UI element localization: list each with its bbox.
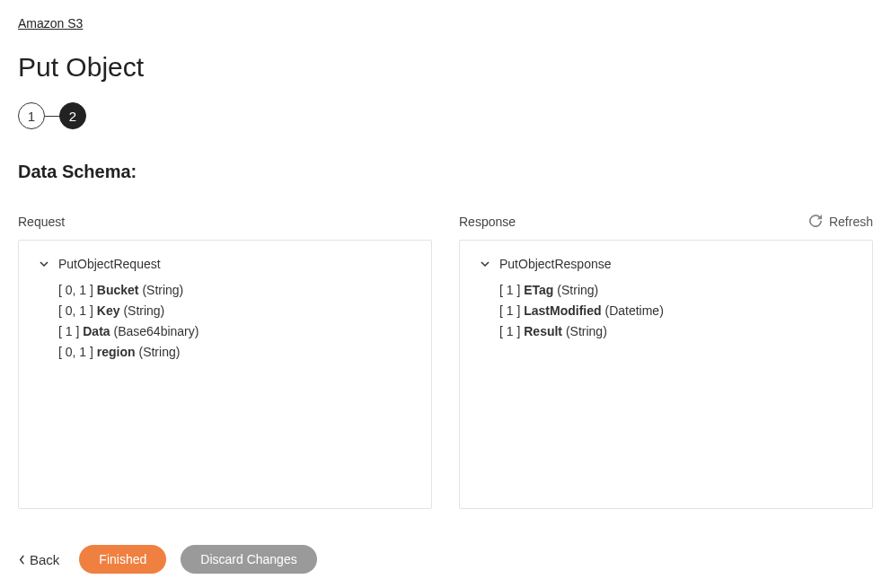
chevron-down-icon[interactable]	[480, 259, 490, 268]
response-root[interactable]: PutObjectResponse	[480, 257, 852, 271]
field-name: region	[97, 345, 136, 359]
field-type: (String)	[553, 283, 598, 297]
field-name: LastModified	[524, 303, 601, 318]
request-root[interactable]: PutObjectRequest	[39, 257, 411, 271]
tree-item: [ 0, 1 ] Key (String)	[58, 301, 411, 321]
finished-button[interactable]: Finished	[79, 545, 166, 574]
field-type: (String)	[562, 324, 607, 338]
cardinality: [ 0, 1 ]	[58, 283, 97, 297]
step-1[interactable]: 1	[18, 102, 45, 129]
stepper: 1 2	[18, 102, 873, 129]
back-button[interactable]: Back	[18, 552, 65, 567]
request-root-label: PutObjectRequest	[58, 257, 161, 271]
tree-item: [ 0, 1 ] Bucket (String)	[58, 280, 411, 301]
tree-item: [ 1 ] ETag (String)	[499, 280, 852, 301]
chevron-left-icon	[18, 552, 26, 567]
request-column: Request PutObjectRequest [ 0, 1 ] Bucket…	[18, 209, 432, 509]
response-children: [ 1 ] ETag (String) [ 1 ] LastModified (…	[480, 280, 852, 342]
footer-actions: Back Finished Discard Changes	[18, 545, 873, 574]
discard-button[interactable]: Discard Changes	[181, 545, 316, 574]
page-title: Put Object	[18, 52, 873, 83]
request-children: [ 0, 1 ] Bucket (String) [ 0, 1 ] Key (S…	[39, 280, 411, 363]
response-header: Response	[459, 215, 516, 229]
request-card: PutObjectRequest [ 0, 1 ] Bucket (String…	[18, 240, 432, 509]
step-2[interactable]: 2	[59, 102, 86, 129]
tree-item: [ 1 ] LastModified (Datetime)	[499, 301, 852, 321]
field-type: (String)	[136, 345, 181, 359]
field-type: (Base64binary)	[110, 324, 199, 338]
refresh-label: Refresh	[829, 215, 873, 229]
cardinality: [ 0, 1 ]	[58, 303, 97, 318]
response-card: PutObjectResponse [ 1 ] ETag (String) [ …	[459, 240, 873, 509]
chevron-down-icon[interactable]	[39, 259, 49, 268]
field-type: (String)	[139, 283, 184, 297]
cardinality: [ 1 ]	[499, 303, 524, 318]
cardinality: [ 1 ]	[58, 324, 83, 338]
cardinality: [ 0, 1 ]	[58, 345, 97, 359]
back-label: Back	[30, 552, 59, 567]
request-header: Request	[18, 215, 65, 229]
field-name: ETag	[524, 283, 553, 297]
step-connector	[45, 116, 59, 117]
response-root-label: PutObjectResponse	[499, 257, 612, 271]
response-column: Response Refresh PutObjectResponse [ 1 ]…	[459, 209, 873, 509]
tree-item: [ 0, 1 ] region (String)	[58, 342, 411, 363]
field-type: (Datetime)	[602, 303, 664, 318]
field-name: Data	[83, 324, 110, 338]
tree-item: [ 1 ] Data (Base64binary)	[58, 321, 411, 342]
section-title: Data Schema:	[18, 162, 873, 182]
field-name: Bucket	[97, 283, 139, 297]
field-type: (String)	[120, 303, 165, 318]
field-name: Result	[524, 324, 562, 338]
cardinality: [ 1 ]	[499, 283, 524, 297]
refresh-icon	[809, 215, 822, 230]
breadcrumb-link[interactable]: Amazon S3	[18, 16, 83, 31]
tree-item: [ 1 ] Result (String)	[499, 321, 852, 342]
refresh-button[interactable]: Refresh	[809, 215, 873, 230]
schema-row: Request PutObjectRequest [ 0, 1 ] Bucket…	[18, 209, 873, 509]
cardinality: [ 1 ]	[499, 324, 524, 338]
field-name: Key	[97, 303, 120, 318]
